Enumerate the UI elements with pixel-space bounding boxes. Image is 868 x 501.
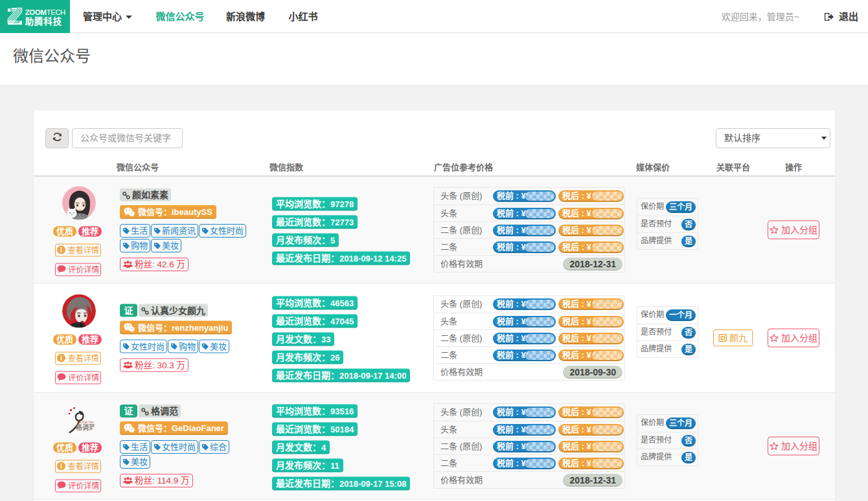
svg-text:ZOOM: ZOOM — [25, 8, 47, 16]
svg-text:助腾科技: 助腾科技 — [25, 16, 62, 27]
svg-text:TECH: TECH — [47, 8, 65, 16]
svg-text:格调范: 格调范 — [76, 423, 95, 431]
